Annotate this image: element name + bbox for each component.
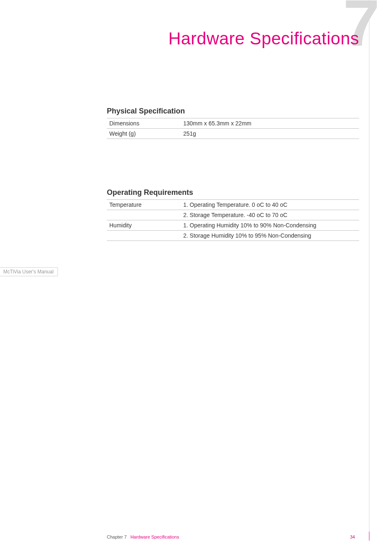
physical-spec-section: Physical Specification Dimensions 130mm … [107,107,359,139]
content-area: Physical Specification Dimensions 130mm … [107,107,359,290]
cell-key: Dimensions [107,118,181,129]
footer-page-number: 34 [350,534,355,539]
footer-chapter-name: Hardware Specifications [130,534,179,539]
physical-spec-table: Dimensions 130mm x 65.3mm x 22mm Weight … [107,118,359,139]
cell-key: Temperature [107,200,181,210]
cell-value: 2. Storage Humidity 10% to 95% Non-Conde… [181,231,359,241]
cell-value: 251g [181,129,359,139]
cell-value: 1. Operating Temperature. 0 oC to 40 oC [181,200,359,210]
cell-key: Weight (g) [107,129,181,139]
cell-key: Humidity [107,220,181,231]
table-row: 2. Storage Humidity 10% to 95% Non-Conde… [107,231,359,241]
manual-side-tab: McTiVia User's Manual [0,267,58,276]
page-title: Hardware Specifications [168,29,359,49]
footer-left: Chapter 7 Hardware Specifications [107,534,179,539]
operating-req-table: Temperature 1. Operating Temperature. 0 … [107,199,359,241]
operating-req-section: Operating Requirements Temperature 1. Op… [107,188,359,241]
operating-req-heading: Operating Requirements [107,188,359,197]
cell-value: 2. Storage Temperature. -40 oC to 70 oC [181,210,359,220]
table-row: Dimensions 130mm x 65.3mm x 22mm [107,118,359,129]
cell-value: 130mm x 65.3mm x 22mm [181,118,359,129]
footer-chapter-label: Chapter 7 [107,534,127,539]
physical-spec-heading: Physical Specification [107,107,359,116]
table-row: 2. Storage Temperature. -40 oC to 70 oC [107,210,359,220]
right-margin-rule [369,0,369,539]
table-row: Humidity 1. Operating Humidity 10% to 90… [107,220,359,231]
cell-value: 1. Operating Humidity 10% to 90% Non-Con… [181,220,359,231]
cell-key [107,231,181,241]
table-row: Weight (g) 251g [107,129,359,139]
table-row: Temperature 1. Operating Temperature. 0 … [107,200,359,210]
page-footer: Chapter 7 Hardware Specifications 34 [107,534,359,539]
cell-key [107,210,181,220]
footer-accent-rule [369,532,369,541]
